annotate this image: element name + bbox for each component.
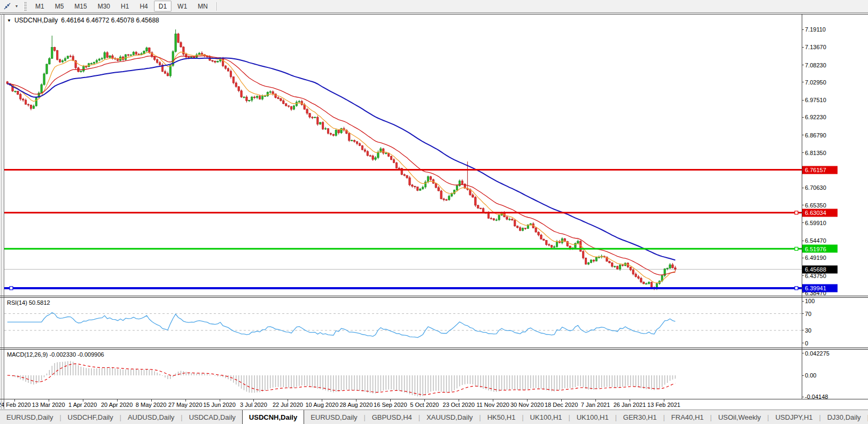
date-label: 28 Aug 2020 xyxy=(339,402,373,408)
macd-axis-tick-tick xyxy=(802,375,804,376)
rsi-chart[interactable] xyxy=(0,297,803,348)
hline-handle[interactable] xyxy=(795,287,798,290)
macd-indicator-label: MACD(12,26,9) -0.002330 -0.009906 xyxy=(7,351,104,358)
rsi-axis-tick: 30 xyxy=(805,327,811,334)
rsi-line xyxy=(7,313,676,338)
hline-handle[interactable] xyxy=(10,287,13,290)
date-label: 13 Feb 2021 xyxy=(647,402,680,408)
chart-symbol-period: USDCNH,Daily xyxy=(14,17,58,24)
current-price-badge: 6.45688 xyxy=(802,265,838,273)
chart-tab-fra40-h1[interactable]: FRA40,H1 xyxy=(665,410,710,424)
price-axis-tick-tick xyxy=(802,222,804,223)
price-axis-tick: 6.86790 xyxy=(805,132,826,138)
chart-tab-gbpusd-h4[interactable]: GBPUSD,H4 xyxy=(366,410,418,424)
date-label: 7 Jan 2021 xyxy=(581,402,610,408)
price-axis-tick-tick xyxy=(802,188,804,188)
hline-handle[interactable] xyxy=(795,247,798,250)
price-axis-tick-tick xyxy=(802,100,804,101)
date-axis: 24 Feb 202013 Mar 20201 Apr 202020 Apr 2… xyxy=(4,399,868,409)
hline-handle[interactable] xyxy=(795,211,798,214)
macd-axis-tick: 0.00 xyxy=(805,372,816,379)
price-chart[interactable] xyxy=(0,13,803,296)
price-axis-tick-tick xyxy=(802,47,804,48)
chart-tab-uk100-h1[interactable]: UK100,H1 xyxy=(570,410,615,424)
hline-price-badge: 6.51976 xyxy=(802,245,838,253)
price-axis-tick: 7.13670 xyxy=(805,44,826,50)
date-label: 10 Aug 2020 xyxy=(305,402,338,408)
date-label: 16 Sep 2020 xyxy=(374,402,407,408)
price-axis-tick-tick xyxy=(802,82,804,82)
chart-tab-xauusd-daily[interactable]: XAUUSD,Daily xyxy=(420,410,479,424)
price-axis-tick-tick xyxy=(802,258,804,258)
main-panel-bottom-border xyxy=(0,296,868,296)
timeframe-buttons: M1M5M15M30H1H4D1W1MN xyxy=(30,1,213,12)
price-axis-tick: 6.92230 xyxy=(805,114,826,120)
macd-axis-tick-tick xyxy=(802,397,804,397)
macd-axis-tick-tick xyxy=(802,353,804,353)
chart-tab-eurusd-daily[interactable]: EURUSD,Daily xyxy=(304,410,363,424)
chart-tab-audusd-daily[interactable]: AUDUSD,Daily xyxy=(121,410,181,424)
price-axis-tick-tick xyxy=(802,205,804,205)
chart-tab-dj30-daily[interactable]: DJ30,Daily xyxy=(821,410,867,424)
rsi-axis-tick: 70 xyxy=(805,311,811,317)
timeframe-button-h1[interactable]: H1 xyxy=(116,1,134,12)
macd-chart[interactable] xyxy=(0,349,803,399)
rsi-indicator-label: RSI(14) 50.5812 xyxy=(7,299,50,306)
chart-tab-ger30-h1[interactable]: GER30,H1 xyxy=(617,410,663,424)
toolbar-separator xyxy=(216,2,218,11)
chart-tab-usdcnh-daily[interactable]: USDCNH,Daily xyxy=(242,410,304,424)
timeframe-button-m15[interactable]: M15 xyxy=(69,1,91,12)
date-label: 11 Nov 2020 xyxy=(476,402,509,408)
chart-title-caret-icon[interactable]: ▼ xyxy=(7,18,11,23)
chart-window-icon[interactable] xyxy=(1,1,13,11)
rsi-axis-tick: 100 xyxy=(805,298,815,304)
price-axis-tick: 6.65350 xyxy=(805,202,826,209)
price-axis-tick: 7.08230 xyxy=(805,62,826,68)
macd-histogram xyxy=(7,361,676,396)
hline-price-badge: 6.76157 xyxy=(802,166,838,174)
chart-tab-bar: EURUSD,Daily|USDCHF,Daily|AUDUSD,Daily|U… xyxy=(0,410,868,424)
price-axis-tick: 6.59910 xyxy=(805,220,826,226)
price-axis-tick-tick xyxy=(802,152,804,153)
chart-tab-usdcad-daily[interactable]: USDCAD,Daily xyxy=(182,410,242,424)
chart-tab-eurusd-daily[interactable]: EURUSD,Daily xyxy=(0,410,59,424)
chart-title[interactable]: ▼ USDCNH,Daily 6.46164 6.46772 6.45078 6… xyxy=(7,17,159,24)
timeframe-button-m5[interactable]: M5 xyxy=(50,1,69,12)
timeframe-button-m30[interactable]: M30 xyxy=(93,1,115,12)
chart-tab-usoil-weekly[interactable]: USOil,Weekly xyxy=(712,410,768,424)
chart-tab-uk100-h1[interactable]: UK100,H1 xyxy=(524,410,569,424)
terminal-window: ▾ M1M5M15M30H1H4D1W1MN 24 Feb 202013 Mar… xyxy=(0,0,868,424)
timeframe-button-w1[interactable]: W1 xyxy=(173,1,192,12)
price-axis-tick: 6.43750 xyxy=(805,273,826,279)
toolbar-drag-handle[interactable] xyxy=(24,2,27,11)
date-label: 3 Jul 2020 xyxy=(240,402,267,408)
price-axis-tick-tick xyxy=(802,135,804,135)
chevron-down-icon[interactable]: ▾ xyxy=(13,1,20,11)
timeframe-button-h4[interactable]: H4 xyxy=(135,1,152,12)
macd-axis-tick: 0.042275 xyxy=(805,350,830,357)
chart-tab-hk50-h1[interactable]: HK50,H1 xyxy=(481,410,522,424)
timeframe-button-m1[interactable]: M1 xyxy=(30,1,49,12)
hline-price-badge: 6.39941 xyxy=(802,284,838,292)
price-axis-tick: 6.70630 xyxy=(805,184,826,191)
price-axis-tick: 7.02950 xyxy=(805,79,826,86)
chart-tab-usdjpy-h1[interactable]: USDJPY,H1 xyxy=(769,410,819,424)
timeframe-button-d1[interactable]: D1 xyxy=(154,1,172,12)
macd-axis-tick: -0.04148 xyxy=(805,394,828,400)
date-label: 24 Feb 2020 xyxy=(0,402,31,408)
timeframe-toolbar: ▾ M1M5M15M30H1H4D1W1MN xyxy=(0,0,868,13)
price-axis-tick-tick xyxy=(802,292,804,293)
price-axis-tick-tick xyxy=(802,275,804,276)
date-label: 27 May 2020 xyxy=(168,402,203,408)
timeframe-button-mn[interactable]: MN xyxy=(193,1,213,12)
price-axis-tick: 6.97510 xyxy=(805,97,826,103)
price-axis-tick: 6.81350 xyxy=(805,150,826,156)
price-axis-tick: 6.54470 xyxy=(805,237,826,244)
date-label: 22 Jul 2020 xyxy=(273,402,303,408)
price-axis-tick: 6.49190 xyxy=(805,255,826,261)
price-axis-tick-tick xyxy=(802,117,804,118)
rsi-axis-tick-tick xyxy=(802,330,804,330)
rsi-axis-tick-tick xyxy=(802,343,804,343)
rsi-axis-tick-tick xyxy=(802,301,804,302)
chart-tab-usdchf-daily[interactable]: USDCHF,Daily xyxy=(61,410,120,424)
